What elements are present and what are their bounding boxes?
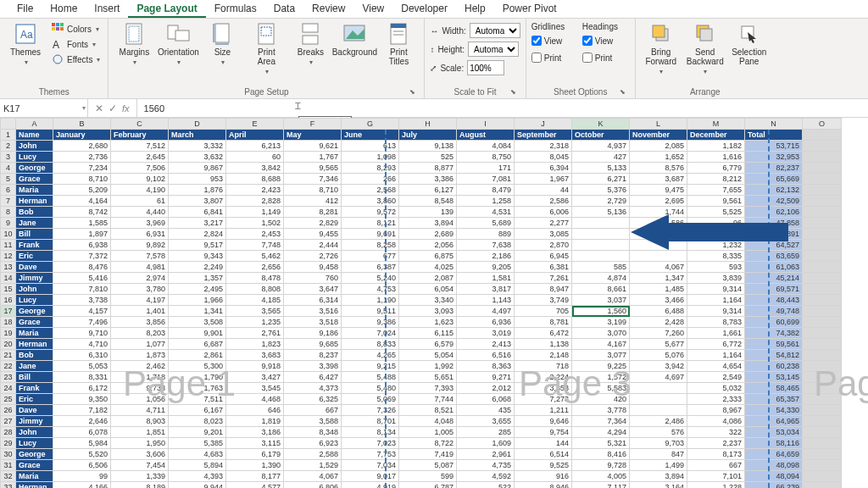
data-cell[interactable]: 6,841: [169, 207, 226, 218]
col-header-M[interactable]: M: [687, 119, 745, 130]
data-cell[interactable]: 585: [572, 262, 630, 273]
data-cell[interactable]: 6,054: [399, 284, 457, 295]
data-cell[interactable]: 3,655: [457, 416, 515, 427]
data-cell[interactable]: 8,258: [342, 240, 399, 251]
data-cell[interactable]: 7,393: [399, 383, 457, 394]
data-cell[interactable]: 5,054: [399, 350, 457, 361]
data-cell[interactable]: 4,468: [226, 394, 284, 405]
data-cell[interactable]: 4,654: [687, 361, 745, 372]
data-cell[interactable]: 3,780: [111, 284, 169, 295]
row-header-16[interactable]: 16: [1, 295, 16, 306]
data-cell[interactable]: 6,179: [226, 449, 284, 460]
total-cell[interactable]: 60,699: [745, 317, 803, 328]
gridlines-view-check[interactable]: [531, 36, 542, 46]
data-cell[interactable]: 266: [342, 174, 399, 185]
data-cell[interactable]: 9,918: [226, 361, 284, 372]
breaks-button[interactable]: Breaks: [290, 20, 331, 68]
total-cell[interactable]: 42,509: [745, 196, 803, 207]
data-cell[interactable]: 9,271: [457, 372, 515, 383]
name-cell[interactable]: Jane: [16, 218, 53, 229]
data-cell[interactable]: 8,331: [53, 372, 111, 383]
data-cell[interactable]: 4,048: [399, 416, 457, 427]
data-cell[interactable]: 4,393: [169, 471, 226, 482]
data-cell[interactable]: 8,121: [342, 218, 399, 229]
data-cell[interactable]: 3,856: [111, 317, 169, 328]
data-cell[interactable]: [572, 218, 630, 229]
data-cell[interactable]: 3,164: [630, 482, 687, 489]
row-header-26[interactable]: 26: [1, 405, 16, 416]
data-cell[interactable]: 5,416: [53, 273, 111, 284]
data-cell[interactable]: 9,314: [687, 306, 745, 317]
data-cell[interactable]: 3,353: [515, 383, 572, 394]
data-cell[interactable]: 3,839: [687, 273, 745, 284]
data-cell[interactable]: 8,173: [687, 449, 745, 460]
data-cell[interactable]: 4,190: [111, 185, 169, 196]
data-cell[interactable]: 3,427: [226, 372, 284, 383]
data-cell[interactable]: 9,386: [342, 317, 399, 328]
data-cell[interactable]: 1,401: [111, 306, 169, 317]
row-header-30[interactable]: 30: [1, 449, 16, 460]
data-cell[interactable]: 3,817: [457, 284, 515, 295]
row-header-29[interactable]: 29: [1, 438, 16, 449]
data-cell[interactable]: 5,689: [457, 218, 515, 229]
data-cell[interactable]: 412: [284, 196, 342, 207]
data-cell[interactable]: 4,874: [572, 273, 630, 284]
height-select[interactable]: Automatic: [468, 42, 519, 57]
data-cell[interactable]: 4,084: [457, 141, 515, 152]
data-cell[interactable]: 2,824: [169, 229, 226, 240]
data-cell[interactable]: 677: [342, 251, 399, 262]
data-cell[interactable]: 4,753: [342, 284, 399, 295]
data-cell[interactable]: 3,647: [284, 284, 342, 295]
total-cell[interactable]: 61,063: [745, 262, 803, 273]
name-cell[interactable]: Jane: [16, 361, 53, 372]
data-cell[interactable]: 3,565: [226, 306, 284, 317]
print-titles-button[interactable]: Print Titles: [378, 20, 419, 68]
total-cell[interactable]: 48,891: [745, 229, 803, 240]
data-cell[interactable]: 667: [687, 460, 745, 471]
data-cell[interactable]: 667: [284, 405, 342, 416]
data-cell[interactable]: 1,056: [111, 394, 169, 405]
name-cell[interactable]: Maria: [16, 471, 53, 482]
col-header-E[interactable]: E: [226, 119, 284, 130]
name-cell[interactable]: Grace: [16, 174, 53, 185]
data-cell[interactable]: 646: [226, 405, 284, 416]
row-header-27[interactable]: 27: [1, 416, 16, 427]
name-box[interactable]: K17▾: [0, 99, 88, 117]
data-cell[interactable]: 4,735: [457, 460, 515, 471]
data-cell[interactable]: 525: [399, 152, 457, 163]
data-cell[interactable]: 2,495: [169, 284, 226, 295]
data-cell[interactable]: 9,710: [53, 328, 111, 339]
data-cell[interactable]: 1,341: [169, 306, 226, 317]
data-cell[interactable]: 7,101: [687, 471, 745, 482]
data-cell[interactable]: 593: [687, 262, 745, 273]
row-header-3[interactable]: 3: [1, 152, 16, 163]
tab-view[interactable]: View: [353, 0, 392, 18]
data-cell[interactable]: 9,475: [630, 185, 687, 196]
header-cell[interactable]: December: [687, 130, 745, 141]
total-cell[interactable]: 48,443: [745, 295, 803, 306]
col-header-N[interactable]: N: [745, 119, 803, 130]
row-header-6[interactable]: 6: [1, 185, 16, 196]
tab-home[interactable]: Home: [42, 0, 86, 18]
data-cell[interactable]: 705: [515, 306, 572, 317]
total-cell[interactable]: 64,659: [745, 449, 803, 460]
data-cell[interactable]: 2,588: [284, 449, 342, 460]
data-cell[interactable]: 1,661: [687, 328, 745, 339]
data-cell[interactable]: [630, 251, 687, 262]
col-header-F[interactable]: F: [284, 119, 342, 130]
data-cell[interactable]: 7,346: [284, 174, 342, 185]
total-cell[interactable]: 53,715: [745, 141, 803, 152]
data-cell[interactable]: 9,685: [284, 339, 342, 350]
data-cell[interactable]: 7,260: [630, 328, 687, 339]
data-cell[interactable]: 8,045: [515, 152, 572, 163]
data-cell[interactable]: 9,225: [572, 361, 630, 372]
data-cell[interactable]: 3,199: [572, 317, 630, 328]
data-cell[interactable]: 1,232: [687, 240, 745, 251]
data-cell[interactable]: 5,032: [687, 383, 745, 394]
data-cell[interactable]: 9,754: [515, 427, 572, 438]
data-cell[interactable]: [630, 383, 687, 394]
data-cell[interactable]: 3,340: [399, 295, 457, 306]
data-cell[interactable]: 1,228: [687, 482, 745, 489]
name-cell[interactable]: Grace: [16, 460, 53, 471]
data-cell[interactable]: 7,511: [169, 394, 226, 405]
